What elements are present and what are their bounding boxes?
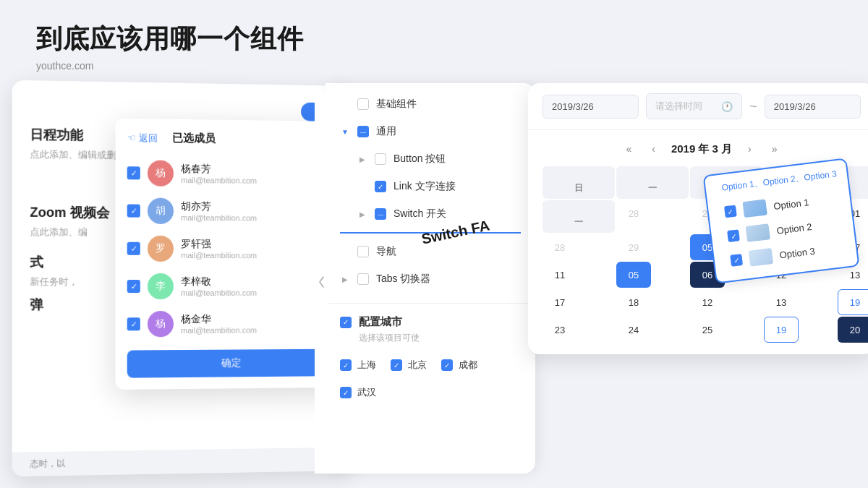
member-item-3[interactable]: 罗 罗轩强 mail@teambition.com — [127, 230, 333, 268]
cal-day-17[interactable]: 17 — [542, 289, 577, 315]
member-header: ☜ 返回 已选成员 × — [127, 130, 333, 148]
end-date-input[interactable]: 2019/3/26 — [765, 95, 861, 119]
member-info-4: 李梓敬 mail@teambition.com — [181, 275, 333, 297]
member-item-5[interactable]: 杨 杨金华 mail@teambition.com — [127, 305, 333, 343]
cal-day-28b[interactable]: 28 — [542, 234, 577, 260]
prev-year-button[interactable]: « — [621, 142, 636, 156]
member-info-1: 杨春芳 mail@teambition.com — [181, 163, 333, 186]
back-button[interactable]: ☜ 返回 — [127, 131, 158, 145]
end-date-value: 2019/3/26 — [774, 101, 816, 112]
tree-item-switch[interactable]: ▶ Switch 开关 — [326, 200, 535, 228]
cal-day-23[interactable]: 23 — [542, 317, 577, 343]
cal-day-19[interactable]: 19 — [838, 289, 868, 315]
tree-toggle-button: ▶ — [357, 154, 367, 164]
member-name-1: 杨春芳 — [181, 163, 333, 177]
cal-day-18[interactable]: 18 — [616, 289, 651, 315]
tree-toggle-link — [357, 181, 367, 192]
member-checkbox-3[interactable] — [127, 242, 140, 255]
city-item-beijing[interactable]: 北京 — [391, 359, 427, 372]
tree-checkbox-nav[interactable] — [357, 246, 369, 257]
tree-checkbox-tabs[interactable] — [357, 273, 369, 285]
confirm-button[interactable]: 确定 — [127, 349, 333, 378]
member-email-1: mail@teambition.com — [181, 176, 333, 186]
city-checkbox-wuhan[interactable] — [340, 387, 352, 398]
start-time-input[interactable]: 请选择时间 🕐 — [646, 93, 742, 119]
tree-label-general: 通用 — [376, 125, 396, 138]
tree-toggle-tabs: ▶ — [340, 274, 350, 284]
date-header: 2019/3/26 请选择时间 🕐 ~ 2019/3/26 — [528, 83, 868, 130]
cal-day-19b[interactable]: 19 — [764, 317, 799, 343]
tree-toggle-basic — [340, 99, 350, 109]
tree-label-tabs: Tabs 切换器 — [376, 273, 430, 286]
tree-item-link[interactable]: Link 文字连接 — [326, 173, 535, 200]
cal-day-13b[interactable]: 13 — [764, 289, 799, 315]
config-item: 配置城市 选择该项目可使 — [326, 307, 535, 353]
member-item[interactable]: 杨 杨春芳 mail@teambition.com — [127, 154, 333, 193]
next-month-button[interactable]: › — [744, 142, 756, 156]
calendar-header: « ‹ 2019 年 3 月 › » — [542, 142, 861, 156]
option-check-3 — [730, 254, 743, 267]
tree-item-tabs[interactable]: ▶ Tabs 切换器 — [326, 265, 535, 293]
config-title: 配置城市 — [359, 315, 402, 329]
tree-label-switch: Switch 开关 — [393, 207, 446, 221]
member-info-2: 胡亦芳 mail@teambition.com — [181, 200, 333, 223]
cal-day-20b[interactable]: 20 — [838, 317, 868, 343]
cal-day-12b[interactable]: 12 — [690, 289, 725, 315]
tree-checkbox-link[interactable] — [375, 181, 386, 192]
status-text: 态时，以 — [30, 458, 65, 469]
city-checkbox-beijing[interactable] — [391, 359, 402, 371]
start-time-placeholder: 请选择时间 — [655, 100, 702, 113]
range-separator: ~ — [749, 99, 757, 114]
tree-toggle-nav — [340, 247, 350, 257]
clock-icon: 🕐 — [721, 101, 733, 112]
config-section: 配置城市 选择该项目可使 上海 北京 成都 — [326, 303, 535, 405]
prev-month-button[interactable]: ‹ — [647, 142, 660, 156]
member-name-2: 胡亦芳 — [181, 200, 333, 214]
tree-checkbox-button[interactable] — [375, 153, 386, 165]
tree-label-button: Button 按钮 — [393, 153, 446, 166]
subtitle: youthce.com — [36, 60, 832, 72]
member-checkbox-2[interactable] — [127, 204, 140, 217]
member-checkbox-4[interactable] — [127, 280, 140, 293]
member-checkbox-1[interactable] — [127, 166, 140, 179]
city-row: 上海 北京 成都 武汉 — [326, 353, 535, 405]
tree-toggle-general: ▼ — [340, 127, 350, 137]
city-item-shanghai[interactable]: 上海 — [340, 359, 376, 372]
tree-item-basic[interactable]: 基础组件 — [326, 90, 535, 118]
member-title: 已选成员 — [172, 132, 216, 146]
member-item-4[interactable]: 李 李梓敬 mail@teambition.com — [127, 267, 333, 305]
option-img-3 — [749, 248, 773, 267]
tree-label-basic: 基础组件 — [376, 98, 417, 111]
city-label-chengdu: 成都 — [459, 359, 477, 372]
member-email-4: mail@teambition.com — [181, 288, 333, 297]
cal-day-11[interactable]: 11 — [542, 262, 577, 288]
city-checkbox-chengdu[interactable] — [441, 359, 453, 371]
city-checkbox-shanghai[interactable] — [340, 359, 352, 371]
month-title: 2019 年 3 月 — [671, 142, 732, 156]
member-item-2[interactable]: 胡 胡亦芳 mail@teambition.com — [127, 192, 333, 231]
tree-item-general[interactable]: ▼ 通用 — [326, 118, 535, 145]
city-label-shanghai: 上海 — [357, 359, 376, 372]
cal-day-25[interactable]: 25 — [690, 317, 725, 343]
config-checkbox[interactable] — [340, 317, 352, 328]
member-overlay: ☜ 返回 已选成员 × 杨 杨春芳 mail@teambition.com 胡 — [116, 119, 345, 390]
member-name-3: 罗轩强 — [181, 238, 333, 252]
cal-day-05b[interactable]: 05 — [616, 262, 651, 288]
cal-day-29b[interactable]: 29 — [616, 234, 651, 260]
option-check-1 — [724, 205, 737, 218]
city-item-chengdu[interactable]: 成都 — [441, 359, 477, 372]
city-label-wuhan: 武汉 — [357, 386, 376, 399]
tree-checkbox-general[interactable] — [357, 126, 369, 137]
avatar-3: 罗 — [148, 236, 174, 262]
city-item-wuhan[interactable]: 武汉 — [340, 386, 376, 399]
start-date-input[interactable]: 2019/3/26 — [542, 95, 639, 119]
tree-collapse-arrow[interactable] — [315, 90, 329, 474]
next-year-button[interactable]: » — [767, 142, 782, 156]
member-checkbox-5[interactable] — [127, 317, 140, 330]
tree-item-button[interactable]: ▶ Button 按钮 — [326, 145, 535, 173]
tree-checkbox-basic[interactable] — [357, 98, 369, 110]
tree-checkbox-switch[interactable] — [375, 208, 386, 220]
cal-day-28a[interactable]: 28 — [616, 200, 651, 226]
cal-day-24[interactable]: 24 — [616, 317, 651, 343]
member-name-4: 李梓敬 — [181, 275, 333, 288]
